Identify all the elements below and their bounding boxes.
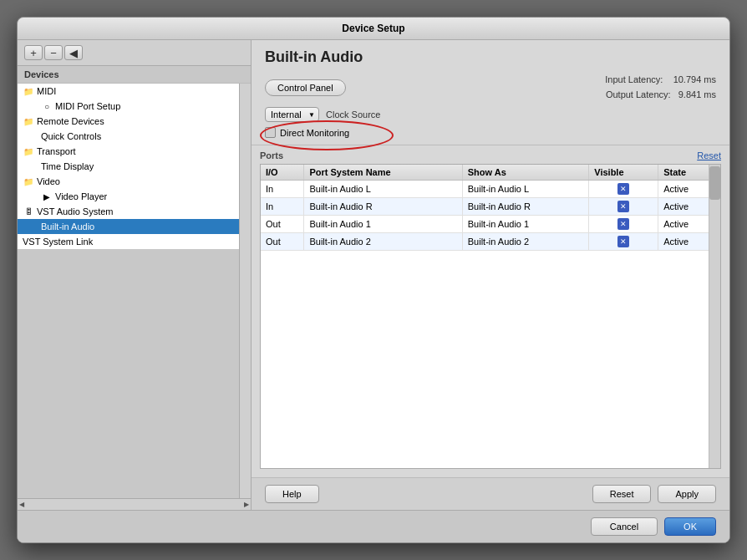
cell-port-name: Built-in Audio 2 [304,233,462,251]
dialog-title: Device Setup [342,23,404,34]
sidebar-item-remote-devices[interactable]: 📁 Remote Devices [18,114,251,129]
sidebar-item-video[interactable]: 📁 Video [18,174,251,189]
visible-x-icon[interactable] [617,201,629,212]
direct-monitoring-checkbox-area[interactable]: Direct Monitoring [265,127,349,138]
direct-monitoring-checkbox[interactable] [265,127,276,138]
bottom-left-buttons: Help [265,485,319,503]
visible-x-icon[interactable] [617,218,629,230]
folder-icon-video: 📁 [23,176,34,187]
right-panel: Built-in Audio Control Panel Input Laten… [252,40,729,510]
remove-device-button[interactable]: − [44,45,63,60]
table-row: In Built-in Audio L Built-in Audio L Act… [261,181,720,198]
reset-button[interactable]: Reset [592,485,652,503]
col-header-visible: Visible [589,165,658,181]
sidebar-bottom-scrollbar[interactable]: ◀ ▶ [18,498,251,510]
sidebar-item-time-display[interactable]: Time Display [18,159,251,174]
visible-x-icon[interactable] [617,183,629,195]
cell-port-name: Built-in Audio L [304,181,462,198]
cell-port-name: Built-in Audio 1 [304,216,462,233]
dialog-titlebar: Device Setup [18,18,729,40]
ok-button[interactable]: OK [664,517,716,536]
ports-header: Ports Reset [260,145,721,164]
sidebar-item-transport[interactable]: 📁 Transport [18,144,251,159]
sidebar-item-video-player[interactable]: ▶ Video Player [18,189,251,204]
dialog-footer: Cancel OK [18,510,729,542]
sidebar-item-midi[interactable]: 📁 MIDI [18,84,251,99]
play-icon: ▶ [41,191,53,202]
table-scrollbar[interactable] [709,165,720,468]
main-content: + − ◀ Devices 📁 MIDI ○ MIDI Port Setup [18,40,729,510]
bottom-right-buttons: Reset Apply [592,485,716,503]
cell-show-as[interactable]: Built-in Audio 1 [462,216,589,233]
cell-show-as[interactable]: Built-in Audio R [462,198,589,216]
scroll-left-arrow[interactable]: ◀ [19,501,24,508]
col-header-io: I/O [261,165,304,181]
table-row: Out Built-in Audio 2 Built-in Audio 2 Ac… [261,233,720,251]
col-header-port-name: Port System Name [304,165,462,181]
sidebar-header: Devices [18,66,251,84]
clock-source-select[interactable]: Internal [265,107,319,122]
ports-table: I/O Port System Name Show As Visible Sta… [261,165,720,251]
right-header: Built-in Audio Control Panel Input Laten… [252,40,729,145]
help-button[interactable]: Help [265,485,319,503]
visible-x-icon[interactable] [617,236,629,247]
sidebar-item-midi-port-setup[interactable]: ○ MIDI Port Setup [18,99,251,114]
device-setup-dialog: Device Setup + − ◀ Devices 📁 MIDI ○ [17,17,730,543]
output-latency-label: Output Latency: [606,89,671,99]
ports-table-container: I/O Port System Name Show As Visible Sta… [260,164,721,469]
sidebar: + − ◀ Devices 📁 MIDI ○ MIDI Port Setup [18,40,252,510]
folder-icon-remote: 📁 [23,115,34,127]
cell-show-as[interactable]: Built-in Audio L [462,181,589,198]
bottom-bar: Help Reset Apply [252,477,729,510]
cancel-button[interactable]: Cancel [591,517,658,536]
clock-source-label: Clock Source [326,109,380,120]
ports-reset-link[interactable]: Reset [697,150,721,160]
table-row: In Built-in Audio R Built-in Audio R Act… [261,198,720,216]
cell-visible[interactable] [589,216,658,233]
sidebar-item-vst-system-link[interactable]: VST System Link [18,234,251,249]
sidebar-item-vst-audio-system[interactable]: 🎛 VST Audio System [18,204,251,219]
col-header-show-as: Show As [462,165,589,181]
circle-icon: ○ [41,100,53,112]
cell-port-name: Built-in Audio R [304,198,462,216]
ports-section: Ports Reset I/O Port System Name Show As… [252,145,729,477]
input-latency-value: 10.794 ms [673,74,716,84]
input-latency-row: Input Latency: 10.794 ms [605,73,716,88]
built-in-audio-label: Built-in Audio [41,221,94,232]
folder-icon-transport: 📁 [23,145,34,157]
cell-visible[interactable] [589,233,658,251]
cell-io: In [261,181,304,198]
cell-io: Out [261,216,304,233]
clock-row: Internal ▼ Clock Source [265,107,716,122]
apply-button[interactable]: Apply [658,485,716,503]
device-title: Built-in Audio [265,48,716,66]
cell-io: In [261,198,304,216]
sidebar-scroll-container: 📁 MIDI ○ MIDI Port Setup 📁 Remote Device… [18,84,251,498]
output-latency-row: Output Latency: 9.841 ms [605,88,716,103]
table-row: Out Built-in Audio 1 Built-in Audio 1 Ac… [261,216,720,233]
sidebar-scrollbar[interactable] [239,84,251,498]
input-latency-label: Input Latency: [605,74,663,84]
direct-monitoring-row: Direct Monitoring [265,127,716,138]
control-panel-button[interactable]: Control Panel [265,79,346,96]
sidebar-item-built-in-audio[interactable]: Built-in Audio [18,219,251,234]
cell-visible[interactable] [589,198,658,216]
clock-select-wrapper: Internal ▼ [265,107,319,122]
cell-show-as[interactable]: Built-in Audio 2 [462,233,589,251]
cell-io: Out [261,233,304,251]
ports-label: Ports [260,150,283,160]
output-latency-value: 9.841 ms [678,89,716,99]
nav-back-button[interactable]: ◀ [64,45,83,60]
cell-visible[interactable] [589,181,658,198]
header-row: Control Panel Input Latency: 10.794 ms O… [265,73,716,102]
sidebar-item-quick-controls[interactable]: Quick Controls [18,129,251,144]
folder-icon: 📁 [23,85,34,97]
latency-info: Input Latency: 10.794 ms Output Latency:… [605,73,716,102]
sidebar-toolbar: + − ◀ [18,40,251,66]
scroll-right-arrow[interactable]: ▶ [244,501,249,508]
vst-icon: 🎛 [23,206,34,217]
add-device-button[interactable]: + [24,45,43,60]
direct-monitoring-label: Direct Monitoring [280,128,349,138]
table-scroll-thumb[interactable] [709,166,720,200]
sidebar-tree: 📁 MIDI ○ MIDI Port Setup 📁 Remote Device… [18,84,251,249]
